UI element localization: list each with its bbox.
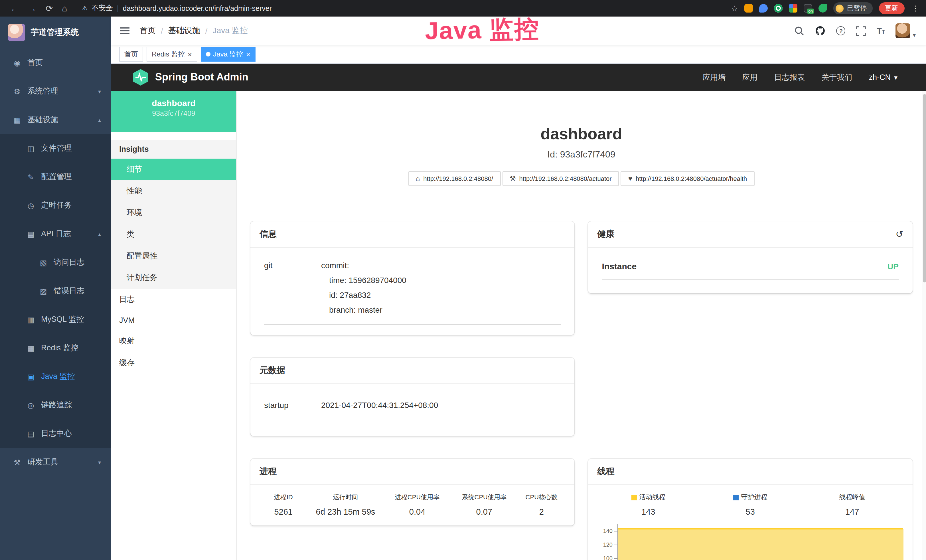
eye-icon: ◎: [26, 401, 35, 409]
profile-paused-button[interactable]: 已暂停: [833, 2, 872, 14]
fullscreen-icon[interactable]: [856, 26, 866, 36]
sidebar-item-infrastructure[interactable]: ▦ 基础设施 ▴: [0, 106, 111, 134]
extension-icon-2[interactable]: [759, 4, 768, 12]
heart-icon: ♥: [628, 175, 632, 183]
tab-close-icon[interactable]: ×: [246, 50, 250, 58]
info-card-title: 信息: [250, 221, 575, 248]
error-log-icon: ▨: [39, 287, 48, 295]
sba-nav-applications[interactable]: 应用: [742, 72, 758, 82]
sidebar-item-file-mgmt[interactable]: ◫ 文件管理: [0, 134, 111, 163]
sba-nav-wallboard[interactable]: 应用墙: [702, 72, 726, 82]
sidebar-item-home[interactable]: ◉ 首页: [0, 48, 111, 77]
info-card: 信息 git commit: time: 1596289704000 id: 2…: [250, 221, 575, 335]
instance-url-button[interactable]: ⌂ http://192.168.0.2:48080/: [409, 171, 501, 186]
actuator-url-button[interactable]: ⚒ http://192.168.0.2:48080/actuator: [502, 171, 619, 186]
history-icon[interactable]: ↺: [896, 229, 903, 240]
breadcrumb-home[interactable]: 首页: [140, 26, 156, 36]
sba-item-config-props[interactable]: 配置属性: [111, 245, 236, 267]
tab-close-icon[interactable]: ×: [188, 50, 192, 58]
git-commit-label: commit:: [321, 258, 406, 273]
sba-brand-title: Spring Boot Admin: [155, 71, 248, 83]
sba-item-scheduled-tasks[interactable]: 计划任务: [111, 267, 236, 289]
edit-icon: ✎: [26, 173, 35, 181]
not-secure-label[interactable]: 不安全: [92, 3, 113, 13]
sidebar-item-mysql-monitor[interactable]: ▥ MySQL 监控: [0, 305, 111, 334]
extension-icon-1[interactable]: [744, 4, 753, 12]
help-icon[interactable]: ?: [837, 26, 846, 35]
sba-item-details[interactable]: 细节: [111, 159, 236, 180]
info-value: commit: time: 1596289704000 id: 27aa832 …: [321, 258, 406, 317]
sba-item-classes[interactable]: 类: [111, 224, 236, 245]
legend-daemon-threads: 守护进程 53: [699, 493, 801, 516]
user-avatar[interactable]: ▾: [896, 23, 916, 38]
sidebar-item-system-mgmt[interactable]: ⚙ 系统管理 ▾: [0, 77, 111, 106]
extension-icon-6[interactable]: [819, 4, 827, 12]
sidebar-item-config-mgmt[interactable]: ✎ 配置管理: [0, 163, 111, 191]
sidebar-item-label: 系统管理: [27, 86, 58, 97]
page-subtitle: Id: 93a3fc7f7409: [250, 148, 912, 161]
active-tab-dot: [206, 52, 210, 56]
sidebar-item-label: 错误日志: [54, 286, 85, 296]
wrench-icon: ⚒: [510, 175, 516, 183]
metadata-startup-row: startup 2021-04-27T00:44:31.254+08:00: [264, 398, 561, 422]
metadata-key: startup: [264, 398, 321, 413]
forward-icon[interactable]: →: [28, 4, 36, 12]
reload-icon[interactable]: ⟳: [45, 4, 53, 12]
address-divider: |: [117, 4, 119, 12]
health-url-button[interactable]: ♥ http://192.168.0.2:48080/actuator/heal…: [621, 171, 754, 186]
back-icon[interactable]: ←: [10, 4, 19, 12]
legend-value: 143: [598, 507, 699, 516]
tab-redis-monitor[interactable]: Redis 监控 ×: [147, 47, 197, 62]
threads-legend: 活动线程 143 守护进程 53 线程峰值 14: [598, 493, 903, 516]
sba-item-environment[interactable]: 环境: [111, 202, 236, 224]
home-icon[interactable]: ⌂: [62, 4, 67, 12]
sba-item-performance[interactable]: 性能: [111, 180, 236, 202]
sidebar-item-cron-jobs[interactable]: ◷ 定时任务: [0, 191, 111, 219]
sidebar-item-dev-tools[interactable]: ⚒ 研发工具 ▾: [0, 448, 111, 477]
address-bar[interactable]: ⚠ 不安全 | dashboard.yudao.iocoder.cn/infra…: [82, 3, 724, 13]
sba-nav-journal[interactable]: 日志报表: [774, 72, 805, 82]
tab-java-monitor[interactable]: Java 监控 ×: [200, 47, 256, 62]
chrome-update-button[interactable]: 更新: [879, 2, 904, 14]
sidebar-item-api-logs[interactable]: ▤ API 日志 ▴: [0, 219, 111, 248]
sba-item-jvm[interactable]: JVM: [111, 310, 236, 330]
sidebar-item-label: 访问日志: [54, 257, 85, 268]
bookmark-star-icon[interactable]: ☆: [731, 4, 738, 13]
extension-icon-3[interactable]: [774, 4, 782, 12]
chevron-up-icon: ▴: [98, 231, 101, 237]
tab-home[interactable]: 首页: [119, 47, 143, 62]
app-logo-row[interactable]: 芋道管理系统: [0, 17, 111, 48]
sidebar-item-java-monitor[interactable]: ▣ Java 监控: [0, 362, 111, 391]
sba-instance-header[interactable]: dashboard 93a3fc7f7409: [111, 91, 236, 132]
sidebar-item-link-tracing[interactable]: ◎ 链路追踪: [0, 391, 111, 419]
extension-on-badge: on: [807, 9, 814, 14]
search-icon[interactable]: [795, 26, 805, 36]
sba-item-mappings[interactable]: 映射: [111, 330, 236, 352]
extension-icon-4[interactable]: [789, 4, 797, 12]
sba-item-caches[interactable]: 缓存: [111, 352, 236, 374]
sba-nav-about[interactable]: 关于我们: [822, 72, 852, 82]
metadata-card-title: 元数据: [250, 358, 575, 384]
breadcrumb-current: Java 监控: [213, 26, 248, 36]
hamburger-icon[interactable]: [120, 27, 130, 35]
info-key: git: [264, 258, 321, 317]
sba-brand[interactable]: Spring Boot Admin: [133, 69, 248, 86]
sba-logo-icon: [133, 69, 148, 86]
browser-menu-icon[interactable]: ⋮: [911, 4, 920, 12]
sidebar-item-label: 配置管理: [41, 172, 72, 182]
sba-item-logs[interactable]: 日志: [111, 289, 236, 310]
url-text[interactable]: dashboard.yudao.iocoder.cn/infra/admin-s…: [123, 4, 272, 12]
breadcrumb-infrastructure[interactable]: 基础设施: [168, 26, 200, 36]
sidebar-item-redis-monitor[interactable]: ▦ Redis 监控: [0, 334, 111, 362]
font-size-icon[interactable]: TT: [877, 26, 885, 35]
sidebar-item-error-logs[interactable]: ▨ 错误日志: [0, 277, 111, 305]
extension-icon-5[interactable]: on: [803, 4, 812, 12]
sidebar-item-log-center[interactable]: ▤ 日志中心: [0, 419, 111, 448]
sidebar-item-label: 基础设施: [27, 115, 58, 125]
scrollbar-thumb[interactable]: [923, 94, 926, 282]
sidebar-item-access-logs[interactable]: ▧ 访问日志: [0, 248, 111, 277]
github-icon[interactable]: [816, 26, 826, 36]
health-instance-row[interactable]: Instance UP: [602, 261, 899, 280]
gear-icon: ⚙: [12, 87, 22, 95]
sba-language-select[interactable]: zh-CN ▾: [869, 73, 897, 82]
